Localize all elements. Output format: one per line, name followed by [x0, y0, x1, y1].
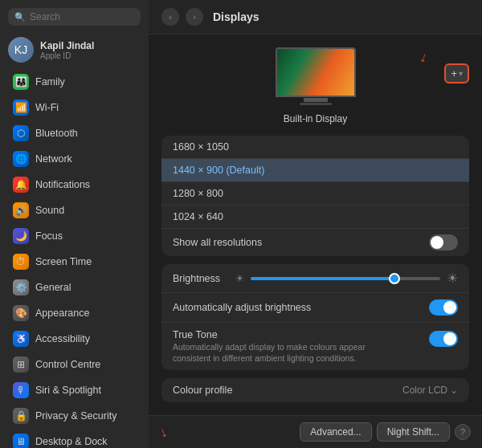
search-box[interactable]: 🔍: [8, 8, 141, 26]
colour-profile-label: Colour profile: [173, 385, 232, 396]
auto-brightness-label: Automatically adjust brightness: [173, 302, 311, 313]
true-tone-text: True Tone Automatically adapt display to…: [173, 329, 366, 364]
sidebar-item-sound[interactable]: 🔊 Sound: [5, 198, 144, 222]
chevron-down-icon: ⌄: [450, 385, 458, 396]
main-panel: ‹ › Displays Built-in Display ↓ + ▾: [149, 0, 482, 448]
sidebar-item-label: Desktop & Dock: [35, 436, 108, 447]
user-section[interactable]: KJ Kapil Jindal Apple ID: [0, 31, 149, 69]
auto-brightness-toggle[interactable]: [429, 299, 458, 316]
appearance-icon: 🎨: [13, 305, 29, 321]
sidebar-item-label: Sound: [35, 205, 64, 216]
brightness-high-icon: ☀: [447, 271, 458, 286]
sidebar-item-label: General: [35, 282, 71, 293]
brightness-section: Brightness ☀ ☀ Automatically adjust brig…: [161, 264, 469, 370]
colour-profile-dropdown[interactable]: Color LCD ⌄: [402, 385, 458, 396]
user-info: Kapil Jindal Apple ID: [40, 40, 94, 60]
display-name: Built-in Display: [284, 113, 347, 124]
sidebar-item-label: Focus: [35, 230, 63, 242]
user-name: Kapil Jindal: [40, 40, 94, 51]
brightness-low-icon: ☀: [235, 273, 244, 284]
add-display-button[interactable]: + ▾: [444, 63, 469, 83]
slider-fill: [251, 277, 393, 280]
colour-profile-row: Colour profile Color LCD ⌄: [161, 378, 469, 402]
resolution-item-1440[interactable]: 1440 × 900 (Default): [161, 159, 469, 182]
true-tone-sublabel: Automatically adapt display to make colo…: [173, 342, 366, 364]
sidebar-item-label: Family: [35, 76, 65, 88]
night-shift-button[interactable]: Night Shift...: [377, 422, 450, 442]
auto-brightness-row: Automatically adjust brightness: [161, 293, 469, 323]
titlebar: ‹ › Displays: [149, 0, 482, 35]
sidebar-item-wifi[interactable]: 📶 Wi-Fi: [5, 96, 144, 120]
sound-icon: 🔊: [13, 202, 29, 218]
sidebar-item-notifications[interactable]: 🔔 Notifications: [5, 173, 144, 197]
content-area: Built-in Display ↓ + ▾ 1680 × 1050 1440 …: [149, 35, 482, 415]
sidebar-item-label: Accessibility: [35, 333, 90, 344]
advanced-button[interactable]: Advanced...: [300, 422, 371, 442]
resolution-item-1280[interactable]: 1280 × 800: [161, 182, 469, 206]
slider-thumb[interactable]: [389, 273, 400, 284]
general-icon: ⚙️: [13, 279, 29, 295]
family-icon: 👨‍👩‍👧: [13, 74, 29, 90]
sidebar-item-label: Screen Time: [35, 256, 92, 267]
avatar: KJ: [8, 37, 34, 63]
brightness-row: Brightness ☀ ☀: [161, 264, 469, 293]
resolution-item-1024[interactable]: 1024 × 640: [161, 206, 469, 229]
sidebar-item-label: Bluetooth: [35, 128, 78, 139]
sidebar-item-bluetooth[interactable]: ⬡ Bluetooth: [5, 121, 144, 145]
user-subtitle: Apple ID: [40, 51, 94, 60]
sidebar-item-privacy[interactable]: 🔒 Privacy & Security: [5, 404, 144, 428]
sidebar-item-label: Privacy & Security: [35, 410, 116, 422]
plus-icon: +: [451, 67, 457, 79]
focus-icon: 🌙: [13, 228, 29, 244]
bluetooth-icon: ⬡: [13, 125, 29, 141]
screentime-icon: ⏱: [13, 254, 29, 270]
wifi-icon: 📶: [13, 100, 29, 116]
privacy-icon: 🔒: [13, 408, 29, 424]
colour-profile-section: Colour profile Color LCD ⌄: [161, 378, 469, 402]
display-foot: [300, 103, 332, 105]
sidebar-item-screentime[interactable]: ⏱ Screen Time: [5, 250, 144, 274]
sidebar-item-network[interactable]: 🌐 Network: [5, 147, 144, 171]
display-screen: [276, 47, 356, 97]
search-input[interactable]: [30, 11, 134, 22]
sidebar-item-accessibility[interactable]: ♿ Accessibility: [5, 327, 144, 351]
true-tone-row: True Tone Automatically adapt display to…: [161, 323, 469, 370]
resolution-list: 1680 × 1050 1440 × 900 (Default) 1280 × …: [161, 136, 469, 256]
sidebar-item-appearance[interactable]: 🎨 Appearance: [5, 301, 144, 325]
display-graphic: [272, 47, 360, 105]
sidebar-item-focus[interactable]: 🌙 Focus: [5, 224, 144, 248]
back-button[interactable]: ‹: [161, 8, 179, 26]
toggle-knob: [443, 332, 456, 345]
arrow-indicator-2: ↓: [157, 423, 170, 442]
toggle-knob: [431, 236, 443, 249]
sidebar-item-general[interactable]: ⚙️ General: [5, 275, 144, 299]
sidebar-item-family[interactable]: 👨‍👩‍👧 Family: [5, 70, 144, 94]
brightness-slider[interactable]: [251, 277, 440, 280]
show-all-resolutions[interactable]: Show all resolutions: [161, 229, 469, 256]
display-preview: Built-in Display ↓ + ▾: [161, 47, 469, 124]
true-tone-label: True Tone: [173, 329, 366, 340]
chevron-down-icon: ▾: [459, 69, 463, 78]
sidebar-item-desktop[interactable]: 🖥 Desktop & Dock: [5, 430, 144, 448]
sidebar-item-label: Notifications: [35, 179, 90, 190]
search-icon: 🔍: [14, 12, 26, 22]
sidebar: 🔍 KJ Kapil Jindal Apple ID 👨‍👩‍👧 Family …: [0, 0, 149, 448]
forward-button[interactable]: ›: [186, 8, 203, 26]
page-title: Displays: [213, 10, 259, 23]
desktop-icon: 🖥: [13, 434, 29, 448]
help-button[interactable]: ?: [455, 424, 471, 440]
show-all-toggle[interactable]: [429, 234, 458, 250]
toggle-knob: [443, 301, 456, 314]
controlcentre-icon: ⊞: [13, 356, 29, 373]
sidebar-item-controlcentre[interactable]: ⊞ Control Centre: [5, 352, 144, 377]
resolution-item-1680[interactable]: 1680 × 1050: [161, 136, 469, 159]
siri-icon: 🎙: [13, 382, 29, 398]
network-icon: 🌐: [13, 151, 29, 167]
sidebar-item-label: Control Centre: [35, 359, 100, 370]
true-tone-toggle[interactable]: [429, 331, 458, 347]
sidebar-item-siri[interactable]: 🎙 Siri & Spotlight: [5, 378, 144, 402]
accessibility-icon: ♿: [13, 331, 29, 347]
notifications-icon: 🔔: [13, 177, 29, 193]
bottom-bar: ↓ Advanced... Night Shift... ?: [149, 415, 482, 448]
brightness-label: Brightness: [173, 273, 229, 284]
